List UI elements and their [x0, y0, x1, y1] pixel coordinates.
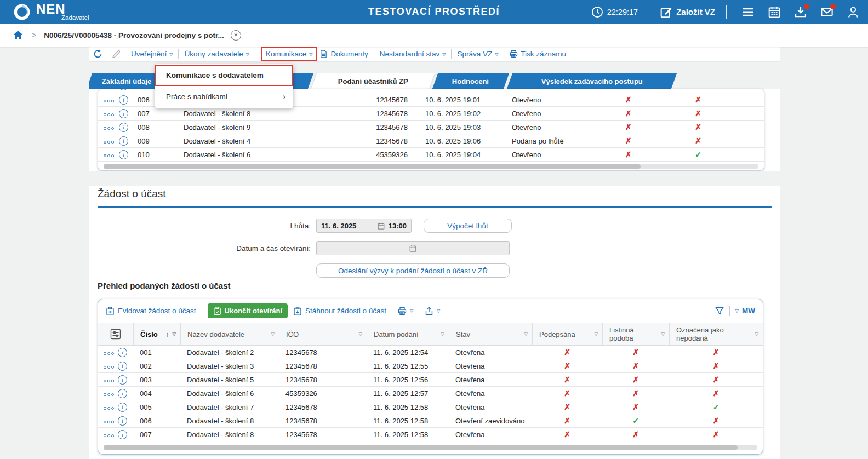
breadcrumb-record[interactable]: N006/25/V00005438 - Provozování prodejny… — [44, 31, 224, 39]
calendar-small-icon[interactable] — [378, 222, 385, 230]
odeslat-vyzvu-button[interactable]: Odeslání výzvy k podání žádosti o účast … — [316, 263, 510, 278]
column-header-nepodana[interactable]: Označena jako nepodaná▽ — [669, 323, 763, 346]
home-icon[interactable] — [13, 30, 23, 40]
info-icon[interactable]: i — [119, 95, 128, 105]
menu-item-komunikace-s-dodavatelem[interactable]: Komunikace s dodavatelem — [155, 65, 293, 86]
info-icon[interactable]: i — [118, 389, 127, 398]
row-menu-icon[interactable] — [104, 393, 114, 396]
toolbar-item-uve-ejn-n-[interactable]: Uveřejnění▽ — [130, 48, 174, 60]
edit-icon — [660, 6, 672, 18]
info-icon[interactable]: i — [119, 150, 128, 159]
column-header-podepsana[interactable]: Podepsána▽ — [532, 323, 602, 346]
table-row[interactable]: i008Dodavatel - školení 91234567810. 6. … — [98, 121, 764, 134]
oteviranie-input[interactable] — [316, 241, 510, 255]
edit-pencil-icon[interactable] — [112, 50, 121, 59]
section-rule — [98, 206, 772, 208]
toolbar-item-tisk-z-znamu[interactable]: Tisk záznamu — [509, 48, 567, 60]
row-menu-icon[interactable] — [104, 407, 114, 410]
row-menu-icon[interactable] — [104, 380, 114, 382]
row-menu-icon[interactable] — [104, 366, 114, 369]
menu-hamburger-icon[interactable] — [742, 6, 754, 18]
info-icon[interactable]: i — [118, 362, 127, 371]
close-icon[interactable]: ✕ — [231, 30, 241, 41]
cross-icon: ✗ — [713, 430, 719, 439]
calendar-icon[interactable] — [768, 6, 780, 18]
filter-icon[interactable] — [715, 307, 724, 315]
column-header-stav[interactable]: Stav▽ — [449, 323, 532, 346]
vypocet-lhut-button[interactable]: Výpočet lhůt — [424, 219, 512, 233]
cross-icon: ✗ — [632, 389, 639, 398]
table-row[interactable]: i007Dodavatel - školení 81234567811. 6. … — [98, 428, 763, 441]
lhuta-input[interactable]: 11. 6. 2025 13:00 — [316, 219, 412, 233]
row-menu-icon[interactable] — [104, 113, 114, 116]
sort-caret-icon[interactable]: ▽ — [358, 331, 362, 337]
mail-icon[interactable] — [821, 6, 833, 18]
info-icon[interactable]: i — [118, 430, 127, 439]
column-header-ico[interactable]: IČO▽ — [279, 323, 367, 346]
table-row[interactable]: i004Dodavatel - školení 64535932611. 6. … — [98, 387, 763, 400]
horizontal-scrollbar[interactable] — [104, 164, 758, 169]
column-header-nazev[interactable]: Název dodavatele▽ — [180, 323, 279, 346]
filter-preset-dropdown[interactable]: ▽ MW — [735, 307, 755, 315]
info-icon[interactable]: i — [119, 109, 128, 118]
tab-v-sledek-zad-vac-ho-postupu[interactable]: Výsledek zadávacího postupu — [507, 73, 677, 89]
sort-caret-icon[interactable]: ▽ — [172, 331, 176, 337]
scrollbar-thumb[interactable] — [104, 164, 641, 169]
table-row[interactable]: i006Dodavatel - školení 81234567811. 6. … — [98, 414, 763, 428]
tab-hodnocen-[interactable]: Hodnocení — [432, 73, 509, 89]
column-header-listinna[interactable]: Listinná podoba▽ — [602, 323, 669, 346]
tab-pod-n-astn-k-zp[interactable]: Podání účastníků ZP — [311, 73, 435, 89]
calendar-small-icon[interactable] — [409, 245, 416, 252]
column-settings-button[interactable] — [98, 323, 133, 346]
row-menu-icon[interactable] — [104, 352, 114, 355]
table-row[interactable]: i005Dodavatel - školení 71234567811. 6. … — [98, 400, 763, 414]
sort-caret-icon[interactable]: ▽ — [661, 331, 665, 337]
toolbar-item-spr-va-vz[interactable]: Správa VZ▽ — [456, 48, 499, 60]
horizontal-scrollbar[interactable] — [104, 445, 757, 450]
print-dropdown[interactable]: ▽ — [398, 307, 413, 315]
column-header-datum[interactable]: Datum podání▽ — [367, 323, 449, 346]
table-row[interactable]: i003Dodavatel - školení 51234567811. 6. … — [98, 373, 763, 387]
sort-caret-icon[interactable]: ▽ — [524, 331, 528, 337]
info-icon[interactable]: i — [118, 348, 127, 357]
row-menu-icon[interactable] — [104, 434, 114, 437]
column-header-cislo[interactable]: Číslo ↑ ▽ — [133, 323, 180, 346]
ukoncit-oteviranie-button[interactable]: Ukončit otevírání — [208, 303, 288, 318]
toolbar-item-komunikace[interactable]: Komunikace▽ — [261, 47, 317, 61]
row-menu-icon[interactable] — [104, 421, 114, 423]
create-vz-button[interactable]: Založit VZ — [660, 6, 715, 18]
evidovat-button[interactable]: Evidovat žádost o účast — [106, 307, 196, 315]
table-row[interactable]: i002Dodavatel - školení 31234567811. 6. … — [98, 359, 763, 373]
table-row[interactable]: i001Dodavatel - školení 21234567811. 6. … — [98, 346, 763, 359]
downloads-icon[interactable] — [795, 6, 807, 18]
stahnout-button[interactable]: Stáhnout žádosti o účast — [293, 307, 386, 315]
row-menu-icon[interactable] — [104, 127, 114, 130]
nen-logo[interactable]: NEN Zadavatel — [12, 2, 89, 22]
info-icon[interactable]: i — [119, 136, 128, 146]
menu-item-pr-ce-s-nab-dkami[interactable]: Práce s nabídkami› — [155, 86, 293, 107]
export-dropdown[interactable]: ▽ — [425, 307, 440, 315]
sort-caret-icon[interactable]: ▽ — [755, 331, 758, 337]
chevron-icon: > — [32, 31, 36, 39]
divider — [107, 49, 107, 59]
toolbar-item-nestandardn-stav[interactable]: Nestandardní stav▽ — [379, 48, 447, 60]
sort-caret-icon[interactable]: ▽ — [441, 331, 444, 337]
table-row[interactable]: i010Dodavatel - školení 64535932610. 6. … — [98, 148, 764, 162]
row-menu-icon[interactable] — [104, 100, 114, 102]
info-icon[interactable]: i — [118, 375, 127, 385]
row-menu-icon[interactable] — [104, 141, 114, 144]
user-icon[interactable] — [847, 6, 859, 18]
refresh-icon[interactable] — [93, 49, 102, 59]
info-icon[interactable]: i — [119, 123, 128, 132]
toolbar-item--kony-zadavatele[interactable]: Úkony zadavatele▽ — [183, 48, 250, 60]
row-menu-icon[interactable] — [104, 154, 114, 157]
info-icon[interactable]: i — [118, 416, 127, 426]
sort-caret-icon[interactable]: ▽ — [594, 331, 598, 337]
table-row[interactable]: i007Dodavatel - školení 81234567810. 6. … — [98, 107, 764, 121]
toolbar-item-dokumenty[interactable]: Dokumenty — [318, 48, 369, 60]
scrollbar-thumb[interactable] — [104, 445, 738, 450]
sort-caret-icon[interactable]: ▽ — [271, 331, 275, 337]
caret-down-icon: ▽ — [309, 52, 312, 57]
info-icon[interactable]: i — [118, 403, 127, 412]
table-row[interactable]: i009Dodavatel - školení 41234567810. 6. … — [98, 134, 764, 148]
